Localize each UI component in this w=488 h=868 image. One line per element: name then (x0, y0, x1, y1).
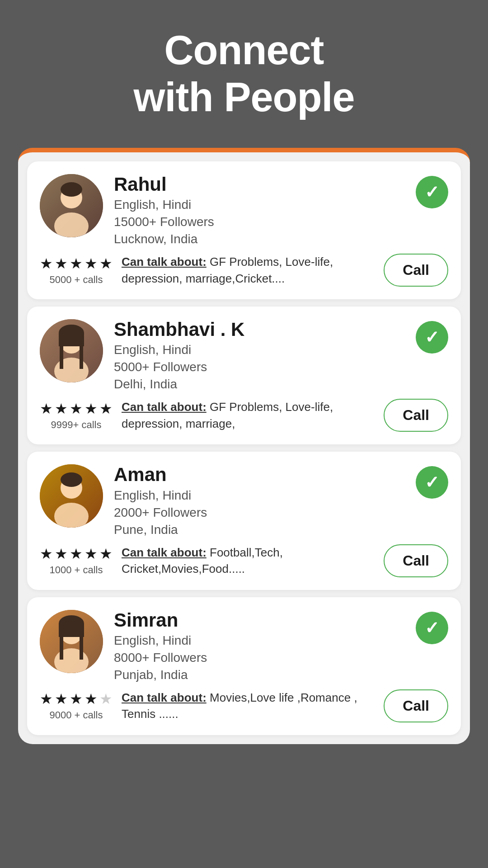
profile-name-rahul: Rahul (114, 174, 405, 195)
profile-location-aman: Pune, India (114, 523, 405, 537)
star-filled: ★ (99, 545, 113, 562)
svg-point-17 (61, 472, 82, 487)
avatar-shambhavi (40, 319, 103, 382)
stars-section-shambhavi: ★★★★★ 9999+ calls (40, 400, 113, 431)
star-filled: ★ (55, 690, 68, 708)
svg-rect-23 (59, 623, 84, 637)
stars-section-aman: ★★★★★ 1000 + calls (40, 545, 113, 576)
avatar-aman (40, 464, 103, 528)
talk-about-aman: Can talk about: Football,Tech, Cricket,M… (122, 544, 375, 577)
avatar-rahul (40, 174, 103, 237)
verified-check-icon-aman: ✓ (425, 472, 439, 492)
talk-about-label-aman: Can talk about: (122, 546, 206, 559)
svg-rect-12 (80, 346, 83, 369)
calls-label-rahul: 5000 + calls (49, 274, 103, 286)
star-filled: ★ (70, 400, 83, 417)
star-filled: ★ (40, 690, 53, 708)
verified-badge-aman: ✓ (416, 466, 448, 499)
profile-info-shambhavi: Shambhavi . K English, Hindi 5000+ Follo… (114, 319, 405, 392)
card-bottom-rahul: ★★★★★ 5000 + calls Can talk about: GF Pr… (40, 254, 448, 287)
talk-about-label-shambhavi: Can talk about: (122, 400, 206, 414)
svg-rect-24 (60, 637, 63, 660)
star-filled: ★ (84, 400, 98, 417)
card-top-rahul: Rahul English, Hindi 15000+ Followers Lu… (40, 174, 448, 246)
stars-section-rahul: ★★★★★ 5000 + calls (40, 255, 113, 286)
calls-label-simran: 9000 + calls (49, 709, 103, 721)
verified-check-icon-simran: ✓ (425, 618, 439, 638)
talk-about-shambhavi: Can talk about: GF Problems, Love-life, … (122, 399, 375, 432)
profile-followers-shambhavi: 5000+ Followers (114, 360, 405, 374)
card-bottom-shambhavi: ★★★★★ 9999+ calls Can talk about: GF Pro… (40, 399, 448, 432)
svg-point-4 (61, 182, 82, 197)
card-bottom-aman: ★★★★★ 1000 + calls Can talk about: Footb… (40, 544, 448, 577)
card-top-shambhavi: Shambhavi . K English, Hindi 5000+ Follo… (40, 319, 448, 392)
star-filled: ★ (40, 255, 53, 272)
star-filled: ★ (55, 400, 68, 417)
call-button-aman[interactable]: Call (384, 544, 448, 577)
star-filled: ★ (84, 255, 98, 272)
svg-rect-11 (60, 346, 63, 369)
profile-followers-rahul: 15000+ Followers (114, 215, 405, 229)
svg-rect-10 (59, 333, 84, 346)
star-filled: ★ (55, 255, 68, 272)
calls-label-aman: 1000 + calls (49, 564, 103, 576)
star-filled: ★ (99, 400, 113, 417)
star-filled: ★ (84, 545, 98, 562)
profile-location-rahul: Lucknow, India (114, 232, 405, 246)
verified-badge-shambhavi: ✓ (416, 321, 448, 354)
call-button-simran[interactable]: Call (384, 689, 448, 722)
star-empty: ★ (99, 690, 113, 708)
talk-about-label-simran: Can talk about: (122, 691, 206, 704)
verified-check-icon-rahul: ✓ (425, 182, 439, 202)
avatar-simran (40, 610, 103, 673)
verified-badge-simran: ✓ (416, 612, 448, 644)
profile-location-simran: Punjab, India (114, 668, 405, 682)
call-button-rahul[interactable]: Call (384, 254, 448, 287)
profile-card-container: Rahul English, Hindi 15000+ Followers Lu… (18, 148, 470, 744)
verified-badge-rahul: ✓ (416, 176, 448, 208)
profile-info-rahul: Rahul English, Hindi 15000+ Followers Lu… (114, 174, 405, 246)
stars-rahul: ★★★★★ (40, 255, 113, 272)
profile-languages-simran: English, Hindi (114, 633, 405, 648)
profile-card-shambhavi: Shambhavi . K English, Hindi 5000+ Follo… (27, 307, 461, 444)
card-bottom-simran: ★★★★★ 9000 + calls Can talk about: Movie… (40, 689, 448, 722)
talk-about-rahul: Can talk about: GF Problems, Love-life, … (122, 254, 375, 287)
profile-location-shambhavi: Delhi, India (114, 377, 405, 392)
verified-check-icon-shambhavi: ✓ (425, 327, 439, 347)
profile-name-simran: Simran (114, 610, 405, 631)
profile-languages-rahul: English, Hindi (114, 198, 405, 212)
profile-card-simran: Simran English, Hindi 8000+ Followers Pu… (27, 597, 461, 735)
stars-shambhavi: ★★★★★ (40, 400, 113, 417)
star-filled: ★ (40, 545, 53, 562)
profile-followers-aman: 2000+ Followers (114, 505, 405, 520)
profile-languages-shambhavi: English, Hindi (114, 343, 405, 357)
stars-section-simran: ★★★★★ 9000 + calls (40, 690, 113, 721)
talk-about-simran: Can talk about: Movies,Love life ,Romanc… (122, 689, 375, 722)
profile-followers-simran: 8000+ Followers (114, 651, 405, 665)
star-filled: ★ (55, 545, 68, 562)
star-filled: ★ (70, 545, 83, 562)
card-top-simran: Simran English, Hindi 8000+ Followers Pu… (40, 610, 448, 682)
profile-card-rahul: Rahul English, Hindi 15000+ Followers Lu… (27, 161, 461, 299)
star-filled: ★ (70, 255, 83, 272)
profile-name-aman: Aman (114, 464, 405, 485)
calls-label-shambhavi: 9999+ calls (51, 419, 102, 431)
talk-about-label-rahul: Can talk about: (122, 255, 206, 269)
stars-aman: ★★★★★ (40, 545, 113, 562)
call-button-shambhavi[interactable]: Call (384, 399, 448, 432)
card-top-aman: Aman English, Hindi 2000+ Followers Pune… (40, 464, 448, 537)
page-title: Connect with People (133, 27, 354, 121)
stars-simran: ★★★★★ (40, 690, 113, 708)
profile-card-aman: Aman English, Hindi 2000+ Followers Pune… (27, 452, 461, 590)
star-filled: ★ (40, 400, 53, 417)
star-filled: ★ (70, 690, 83, 708)
profile-languages-aman: English, Hindi (114, 488, 405, 503)
star-filled: ★ (84, 690, 98, 708)
svg-rect-25 (80, 637, 83, 660)
profile-info-aman: Aman English, Hindi 2000+ Followers Pune… (114, 464, 405, 537)
star-filled: ★ (99, 255, 113, 272)
profile-info-simran: Simran English, Hindi 8000+ Followers Pu… (114, 610, 405, 682)
profile-name-shambhavi: Shambhavi . K (114, 319, 405, 340)
